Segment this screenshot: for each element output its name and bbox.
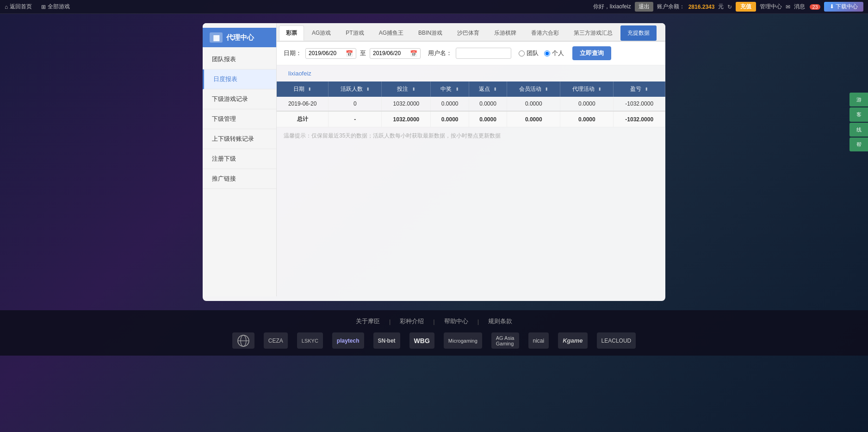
footer-link-lottery[interactable]: 彩种介绍 <box>400 317 424 326</box>
td-win: 0.0000 <box>431 97 469 111</box>
agent-icon: ▦ <box>210 32 223 43</box>
th-bet: 投注 ⬍ <box>382 81 431 97</box>
sort-icon-active: ⬍ <box>366 87 370 92</box>
tab-label: PT游戏 <box>346 30 364 36</box>
sort-icon-member: ⬍ <box>545 87 548 92</box>
footer-logo-snbet: SN·bet <box>373 332 400 349</box>
download-button[interactable]: ⬇ 下载中心 <box>824 2 863 12</box>
content-panel: ▦ 代理中心 团队报表 日度报表 下级游戏记录 下级管理 上下级转账记录 <box>203 23 665 301</box>
sidebar-item-transfer-record[interactable]: 上下级转账记录 <box>203 129 276 149</box>
table-row: 2019-06-20 0 1032.0000 0.0000 0.0000 0.0… <box>277 97 665 111</box>
th-rebate: 返点 ⬍ <box>469 81 507 97</box>
download-label: 下载中心 <box>836 3 858 10</box>
tab-leyou-chess[interactable]: 乐游棋牌 <box>487 25 523 41</box>
sort-icon-rebate: ⬍ <box>493 87 497 92</box>
sidebar-item-label: 日度报表 <box>213 75 237 82</box>
radio-team-input[interactable] <box>519 50 525 56</box>
th-member-activity: 会员活动 ⬍ <box>507 81 560 97</box>
td-profit-loss: -1032.0000 <box>614 97 665 111</box>
calendar-to-icon[interactable]: 📅 <box>410 50 417 57</box>
refresh-icon[interactable]: ↻ <box>727 4 732 10</box>
sort-icon-date: ⬍ <box>308 87 311 92</box>
tab-label: 沙巴体育 <box>457 30 479 36</box>
filter-bar: 日期： 📅 至 📅 用户名： 团队 <box>277 42 665 65</box>
td-total-active-users: - <box>329 111 382 127</box>
query-button[interactable]: 立即查询 <box>572 46 611 60</box>
radio-team[interactable]: 团队 <box>519 49 539 57</box>
tab-lottery[interactable]: 彩票 <box>279 25 304 41</box>
notice-text: 温馨提示：仅保留最近35天的数据；活跃人数每小时获取最新数据，按小时整点更新数据 <box>277 127 665 144</box>
tab-hk-lottery[interactable]: 香港六合彩 <box>524 25 566 41</box>
user-filter-label: 用户名： <box>428 49 452 57</box>
user-filter-input[interactable] <box>456 48 511 59</box>
th-agent-activity-label: 代理活动 <box>572 86 595 92</box>
th-date: 日期 ⬍ <box>277 81 329 97</box>
tab-saba-sports[interactable]: 沙巴体育 <box>450 25 486 41</box>
home-nav-item[interactable]: 返回首页 <box>5 3 32 11</box>
th-win-label: 中奖 <box>440 86 452 92</box>
user-link[interactable]: lixiaofeiz <box>281 68 318 79</box>
th-active-users: 活跃人数 ⬍ <box>329 81 382 97</box>
home-icon <box>5 4 8 10</box>
tab-label: 充提数据 <box>627 30 650 36</box>
home-label: 返回首页 <box>10 3 32 11</box>
radio-personal-label: 个人 <box>552 49 564 57</box>
footer-logo-microgaming: Microgaming <box>444 332 482 349</box>
sidebar-item-label: 上下级转账记录 <box>212 135 254 142</box>
calendar-from-icon[interactable]: 📅 <box>346 50 353 57</box>
tab-ag-game[interactable]: AG游戏 <box>305 25 338 41</box>
top-nav: 返回首页 全部游戏 你好，lixiaofeiz 退出 账户余额： 2816.23… <box>0 0 868 14</box>
right-sidebar-item-3[interactable]: 线 <box>849 123 868 137</box>
sort-icon-profit: ⬍ <box>645 87 648 92</box>
sidebar-item-sub-game-record[interactable]: 下级游戏记录 <box>203 89 276 109</box>
sidebar-item-sub-management[interactable]: 下级管理 <box>203 109 276 129</box>
footer-links: 关于摩臣 | 彩种介绍 | 帮助中心 | 规则条款 <box>0 317 868 326</box>
sidebar-item-label: 下级管理 <box>212 115 236 122</box>
radio-personal[interactable]: 个人 <box>544 49 564 57</box>
sidebar-item-team-report[interactable]: 团队报表 <box>203 50 276 69</box>
table-header-row: 日期 ⬍ 活跃人数 ⬍ 投注 ⬍ <box>277 81 665 97</box>
tabs-bar: 彩票 AG游戏 PT游戏 AG捕鱼王 BBIN游戏 沙巴体育 <box>277 23 665 42</box>
radio-group: 团队 个人 <box>519 49 564 57</box>
admin-center-label[interactable]: 管理中心 <box>760 3 782 11</box>
footer-logo-globe <box>232 332 254 349</box>
right-sidebar: 游 客 线 帮 <box>849 93 868 151</box>
tab-deposit-data[interactable]: 充提数据 <box>620 25 657 41</box>
td-total-label: 总计 <box>277 111 329 127</box>
date-to-wrapper: 📅 <box>370 48 421 59</box>
footer-link-help[interactable]: 帮助中心 <box>444 317 468 326</box>
sidebar-item-promo-link[interactable]: 推广链接 <box>203 169 276 189</box>
radio-personal-input[interactable] <box>544 50 550 56</box>
date-filter-label: 日期： <box>284 49 302 57</box>
sidebar-header: ▦ 代理中心 <box>203 28 276 47</box>
right-sidebar-item-1[interactable]: 游 <box>849 93 868 106</box>
tab-ag-fish[interactable]: AG捕鱼王 <box>372 25 410 41</box>
date-from-input[interactable] <box>309 50 346 56</box>
date-to-input[interactable] <box>373 50 410 56</box>
td-total-member-activity: 0.0000 <box>507 111 560 127</box>
tab-pt-game[interactable]: PT游戏 <box>339 25 371 41</box>
right-sidebar-item-2[interactable]: 客 <box>849 107 868 121</box>
right-sidebar-item-4[interactable]: 帮 <box>849 138 868 151</box>
logout-button[interactable]: 退出 <box>635 2 653 12</box>
sidebar-item-label: 推广链接 <box>212 175 236 182</box>
td-rebate: 0.0000 <box>469 97 507 111</box>
footer-logo-ceza: CEZA <box>264 332 288 349</box>
recharge-button[interactable]: 充值 <box>736 2 756 12</box>
allgames-nav-item[interactable]: 全部游戏 <box>41 3 70 11</box>
top-nav-right: 你好，lixiaofeiz 退出 账户余额： 2816.2343 元 ↻ 充值 … <box>593 2 863 12</box>
footer-link-rules[interactable]: 规则条款 <box>488 317 512 326</box>
footer: 关于摩臣 | 彩种介绍 | 帮助中心 | 规则条款 CEZA LSKYC pla… <box>0 310 868 356</box>
sidebar-item-daily-report[interactable]: 日度报表 <box>203 69 276 89</box>
th-profit-loss: 盈亏 ⬍ <box>614 81 665 97</box>
td-bet: 1032.0000 <box>382 97 431 111</box>
balance-prefix: 账户余额： <box>657 3 685 11</box>
tab-third-party[interactable]: 第三方游戏汇总 <box>567 25 620 41</box>
th-date-label: 日期 <box>293 86 304 92</box>
panel-body: ▦ 代理中心 团队报表 日度报表 下级游戏记录 下级管理 上下级转账记录 <box>203 23 665 296</box>
sidebar-item-register-sub[interactable]: 注册下级 <box>203 149 276 169</box>
message-label[interactable]: 消息 <box>794 3 805 11</box>
footer-link-about[interactable]: 关于摩臣 <box>356 317 380 326</box>
tab-bbin-game[interactable]: BBIN游戏 <box>411 25 449 41</box>
footer-logo-ag: AG AsiaGaming <box>491 332 519 349</box>
